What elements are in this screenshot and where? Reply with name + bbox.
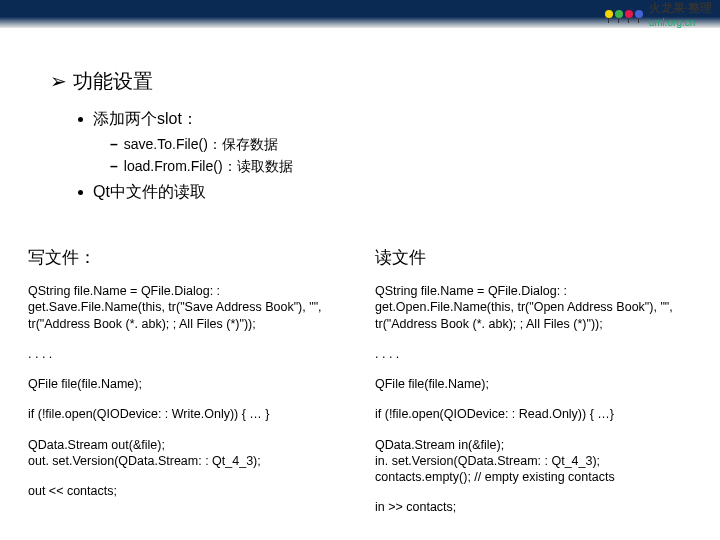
code-columns: 写文件： QString file.Name = QFile.Dialog: :… bbox=[0, 247, 720, 530]
bullet-1-text: 添加两个slot： bbox=[93, 110, 198, 127]
chevron-icon: ➢ bbox=[50, 70, 67, 92]
left-code-1: QString file.Name = QFile.Dialog: : get.… bbox=[28, 283, 345, 332]
right-code-4b: in. set.Version(QData.Stream: : Qt_4_3); bbox=[375, 453, 692, 469]
right-code-2: QFile file(file.Name); bbox=[375, 376, 692, 392]
right-column: 读文件 QString file.Name = QFile.Dialog: : … bbox=[375, 247, 692, 530]
dash-icon: – bbox=[110, 136, 118, 152]
logo-text: 火龙果·整理 bbox=[649, 0, 712, 17]
bullet-dot-icon bbox=[78, 117, 83, 122]
sub-bullet-1-text: save.To.File()：保存数据 bbox=[124, 136, 278, 152]
right-title: 读文件 bbox=[375, 247, 692, 269]
balloons-icon bbox=[605, 10, 643, 18]
right-ellipsis: . . . . bbox=[375, 346, 692, 362]
left-title: 写文件： bbox=[28, 247, 345, 269]
bullet-1: 添加两个slot： bbox=[78, 109, 680, 130]
left-code-4b: out. set.Version(QData.Stream: : Qt_4_3)… bbox=[28, 453, 345, 469]
logo-url: uml.org.cn bbox=[649, 17, 712, 28]
top-bar: 火龙果·整理 uml.org.cn bbox=[0, 0, 720, 28]
left-ellipsis: . . . . bbox=[28, 346, 345, 362]
left-code-4a: QData.Stream out(&file); bbox=[28, 437, 345, 453]
right-code-4: QData.Stream in(&file); in. set.Version(… bbox=[375, 437, 692, 486]
left-code-2: QFile file(file.Name); bbox=[28, 376, 345, 392]
logo-block: 火龙果·整理 uml.org.cn bbox=[649, 0, 712, 28]
right-code-3: if (!file.open(QIODevice: : Read.Only)) … bbox=[375, 406, 692, 422]
heading-text: 功能设置 bbox=[73, 70, 153, 92]
slide-content: ➢功能设置 添加两个slot： –save.To.File()：保存数据 –lo… bbox=[0, 28, 720, 229]
dash-icon: – bbox=[110, 158, 118, 174]
bullet-2: Qt中文件的读取 bbox=[78, 182, 680, 203]
right-code-4a: QData.Stream in(&file); bbox=[375, 437, 692, 453]
right-code-1: QString file.Name = QFile.Dialog: : get.… bbox=[375, 283, 692, 332]
bullet-2-text: Qt中文件的读取 bbox=[93, 183, 206, 200]
sub-bullet-2-text: load.From.File()：读取数据 bbox=[124, 158, 293, 174]
left-code-5: out << contacts; bbox=[28, 483, 345, 499]
right-code-4c: contacts.empty(); // empty existing cont… bbox=[375, 469, 692, 485]
left-code-4: QData.Stream out(&file); out. set.Versio… bbox=[28, 437, 345, 470]
heading: ➢功能设置 bbox=[50, 68, 680, 95]
left-column: 写文件： QString file.Name = QFile.Dialog: :… bbox=[28, 247, 345, 530]
bullet-dot-icon bbox=[78, 190, 83, 195]
sub-bullet-2: –load.From.File()：读取数据 bbox=[110, 158, 680, 176]
right-code-5: in >> contacts; bbox=[375, 499, 692, 515]
sub-bullet-1: –save.To.File()：保存数据 bbox=[110, 136, 680, 154]
left-code-3: if (!file.open(QIODevice: : Write.Only))… bbox=[28, 406, 345, 422]
